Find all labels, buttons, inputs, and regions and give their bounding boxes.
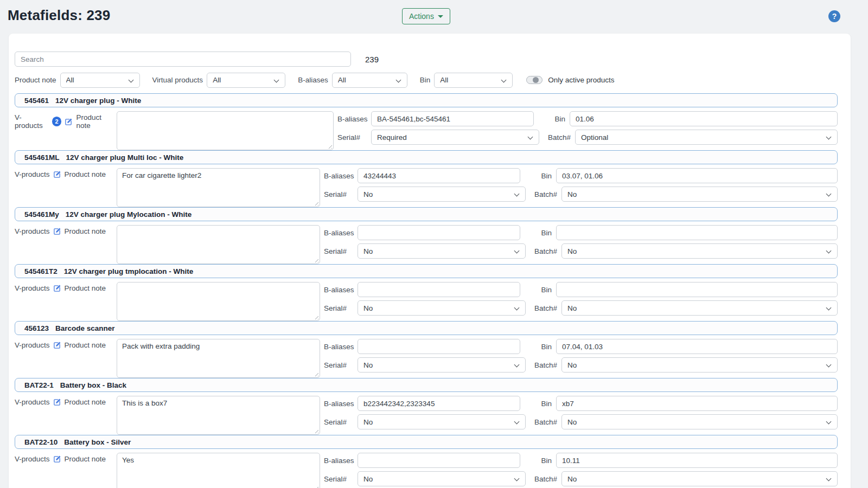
product-header[interactable]: 545461 12V charger plug - White xyxy=(15,93,838,107)
product-note-textarea[interactable] xyxy=(117,282,320,321)
batch-select[interactable]: No xyxy=(561,414,838,429)
b-aliases-input[interactable] xyxy=(371,111,534,126)
product-body: V-products Product note This is a box7 B… xyxy=(15,396,838,435)
bin-input[interactable] xyxy=(556,396,838,411)
product-sku: BAT22-1 xyxy=(24,381,54,389)
serial-select[interactable]: Required xyxy=(371,130,539,145)
b-aliases-filter-select[interactable]: All xyxy=(332,73,407,88)
serial-label: Serial# xyxy=(324,418,354,426)
serial-select[interactable]: No xyxy=(358,300,526,316)
caret-down-icon xyxy=(438,15,443,18)
product-note-filter-label: Product note xyxy=(15,76,56,84)
help-icon[interactable]: ? xyxy=(828,10,840,22)
product-body: V-products 2 Product note B-aliases Bin xyxy=(15,111,838,150)
edit-note-icon[interactable] xyxy=(53,341,61,349)
batch-label: Batch# xyxy=(532,247,557,255)
product-header[interactable]: 456123 Barcode scanner xyxy=(15,321,838,335)
serial-select[interactable]: No xyxy=(358,357,526,373)
b-aliases-input[interactable] xyxy=(358,225,520,240)
product-note-label: Product note xyxy=(65,227,106,235)
product-name: Barcode scanner xyxy=(55,324,115,332)
product-note-textarea[interactable]: Pack with extra padding xyxy=(117,339,320,378)
bin-filter-select[interactable]: All xyxy=(434,73,513,88)
product-header[interactable]: 545461T2 12V charger plug tmplocation - … xyxy=(15,264,838,278)
batch-select[interactable]: No xyxy=(561,357,838,373)
edit-note-icon[interactable] xyxy=(53,284,61,292)
v-products-label: V-products xyxy=(15,284,50,292)
bin-input[interactable] xyxy=(556,225,838,240)
virtual-products-filter-label: Virtual products xyxy=(152,76,203,84)
b-aliases-input[interactable] xyxy=(358,168,520,183)
product-note-textarea[interactable]: Yes xyxy=(117,453,320,488)
edit-note-icon[interactable] xyxy=(53,227,61,235)
product-note-filter-group: Product note All xyxy=(15,73,140,88)
b-aliases-label: B-aliases xyxy=(324,343,354,351)
product-name: 12V charger plug tmplocation - White xyxy=(64,267,194,275)
bin-input[interactable] xyxy=(556,282,838,297)
product-name: Battery box - Black xyxy=(60,381,126,389)
v-products-label: V-products xyxy=(15,170,50,178)
edit-note-icon[interactable] xyxy=(65,118,73,126)
product-section: 545461ML 12V charger plug Multi loc - Wh… xyxy=(15,150,838,207)
edit-note-icon[interactable] xyxy=(53,170,61,178)
product-note-label: Product note xyxy=(65,398,106,406)
product-note-textarea[interactable] xyxy=(117,225,320,264)
batch-select[interactable]: Optional xyxy=(575,130,838,145)
bin-input[interactable] xyxy=(556,453,838,468)
batch-select[interactable]: No xyxy=(561,187,838,202)
bin-input[interactable] xyxy=(556,339,838,354)
product-header[interactable]: 545461My 12V charger plug Mylocation - W… xyxy=(15,207,838,221)
b-aliases-input[interactable] xyxy=(358,453,520,468)
bin-input[interactable] xyxy=(570,111,838,126)
v-products-label: V-products xyxy=(15,341,50,349)
batch-select[interactable]: No xyxy=(561,243,838,259)
product-body: V-products Product note B-aliases Bin xyxy=(15,282,838,321)
product-header[interactable]: BAT22-1 Battery box - Black xyxy=(15,378,838,392)
v-products-count-badge[interactable]: 2 xyxy=(52,117,62,126)
serial-select[interactable]: No xyxy=(358,471,526,486)
b-aliases-input[interactable] xyxy=(358,282,520,297)
product-header[interactable]: 545461ML 12V charger plug Multi loc - Wh… xyxy=(15,150,838,164)
v-products-label: V-products xyxy=(15,455,50,463)
product-name: 12V charger plug Multi loc - White xyxy=(66,153,184,162)
b-aliases-input[interactable] xyxy=(358,339,520,354)
bin-label: Bin xyxy=(527,286,552,294)
product-name: 12V charger plug Mylocation - White xyxy=(66,210,192,219)
batch-label: Batch# xyxy=(532,418,557,426)
product-sku: 545461 xyxy=(24,97,49,105)
bin-label: Bin xyxy=(527,343,552,351)
serial-select[interactable]: No xyxy=(358,243,526,259)
product-note-textarea[interactable] xyxy=(117,111,334,150)
serial-label: Serial# xyxy=(324,190,354,198)
product-header[interactable]: BAT22-10 Battery box - Silver xyxy=(15,435,838,449)
product-body: V-products Product note B-aliases Bin xyxy=(15,225,838,264)
product-section: 545461T2 12V charger plug tmplocation - … xyxy=(15,264,838,321)
b-aliases-label: B-aliases xyxy=(324,400,354,408)
virtual-products-filter-select[interactable]: All xyxy=(207,73,285,88)
product-body: V-products Product note Pack with extra … xyxy=(15,339,838,378)
bin-input[interactable] xyxy=(556,168,838,183)
actions-button[interactable]: Actions xyxy=(402,8,450,24)
serial-select[interactable]: No xyxy=(358,414,526,429)
batch-select[interactable]: No xyxy=(561,471,838,486)
product-note-textarea[interactable]: For car cigarette lighter2 xyxy=(117,168,320,207)
edit-note-icon[interactable] xyxy=(53,398,61,406)
serial-select[interactable]: No xyxy=(358,187,526,202)
bin-label: Bin xyxy=(527,172,552,180)
serial-label: Serial# xyxy=(324,475,354,483)
b-aliases-input[interactable] xyxy=(358,396,520,411)
batch-label: Batch# xyxy=(532,361,557,369)
edit-note-icon[interactable] xyxy=(53,455,61,463)
product-note-filter-select[interactable]: All xyxy=(60,73,140,88)
search-input[interactable] xyxy=(15,52,351,67)
product-note-textarea[interactable]: This is a box7 xyxy=(117,396,320,435)
bin-label: Bin xyxy=(540,115,565,123)
batch-select[interactable]: No xyxy=(561,300,838,316)
product-section: BAT22-1 Battery box - Black V-products P… xyxy=(15,378,838,435)
product-note-label: Product note xyxy=(76,113,117,130)
product-sku: 545461T2 xyxy=(24,267,58,275)
product-note-label: Product note xyxy=(65,284,106,292)
only-active-toggle[interactable] xyxy=(526,76,542,84)
search-row: 239 xyxy=(15,52,838,67)
bin-label: Bin xyxy=(527,229,552,237)
